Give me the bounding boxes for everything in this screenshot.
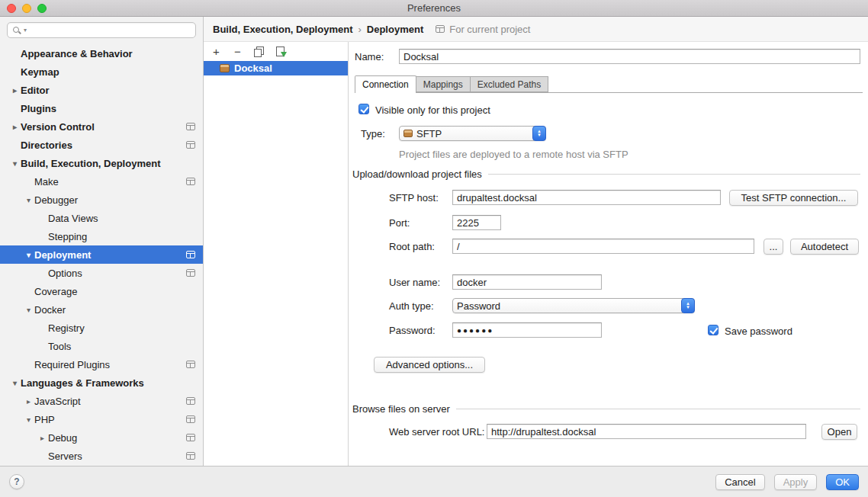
tab-excluded-paths[interactable]: Excluded Paths (470, 76, 548, 92)
sidebar-item-docker[interactable]: ▾Docker (0, 300, 203, 319)
auth-type-value: Password (457, 300, 500, 312)
visible-only-checkbox[interactable] (358, 104, 369, 114)
sidebar-item-label: Registry (48, 322, 85, 334)
server-list-panel: +− Docksal (204, 42, 349, 466)
web-root-input[interactable] (487, 424, 806, 439)
chevron-down-icon[interactable]: ▾ (9, 159, 21, 168)
current-project-badge-icon (186, 269, 195, 277)
sidebar-item-label: Make (34, 176, 59, 188)
chevron-down-icon[interactable]: ▾ (23, 196, 34, 204)
current-project-badge-icon (186, 251, 195, 258)
apply-button[interactable]: Apply (774, 474, 818, 490)
sidebar-item-deployment[interactable]: ▾Deployment (0, 245, 203, 264)
sidebar-item-directories[interactable]: Directories (0, 136, 203, 154)
titlebar: Preferences (0, 0, 868, 17)
sidebar-item-label: Required Plugins (34, 359, 110, 370)
chevron-right-icon[interactable]: ▸ (23, 397, 34, 406)
sidebar-item-servers[interactable]: Servers (0, 447, 203, 465)
chevron-right-icon[interactable]: ▸ (9, 86, 21, 95)
sidebar-item-label: Deployment (34, 249, 91, 261)
sidebar-item-keymap[interactable]: Keymap (0, 63, 203, 81)
advanced-options-button[interactable]: Advanced options... (374, 357, 485, 373)
sidebar-item-stepping[interactable]: Stepping (0, 227, 203, 245)
server-list: Docksal (204, 61, 348, 466)
type-select[interactable]: SFTP ▲▼ (399, 126, 546, 141)
remove-server-button[interactable]: − (232, 46, 243, 57)
visible-only-label: Visible only for this project (375, 104, 490, 116)
tab-connection[interactable]: Connection (355, 75, 416, 93)
save-password-checkbox[interactable] (708, 325, 719, 335)
copy-icon (254, 46, 264, 56)
sidebar-item-required-plugins[interactable]: Required Plugins (0, 355, 203, 374)
sidebar-item-plugins[interactable]: Plugins (0, 99, 203, 117)
root-path-input[interactable] (452, 239, 754, 254)
traffic-lights (7, 4, 47, 13)
sidebar-item-label: Appearance & Behavior (21, 48, 133, 59)
help-button[interactable]: ? (9, 474, 24, 489)
sidebar-item-label: Version Control (21, 121, 95, 133)
server-name: Docksal (234, 63, 272, 74)
chevron-right-icon[interactable]: ▸ (37, 434, 48, 442)
autodetect-button[interactable]: Autodetect (790, 239, 859, 255)
sidebar-item-label: Debugger (34, 194, 78, 206)
browse-root-button[interactable]: ... (764, 239, 783, 255)
chevron-right-icon[interactable]: ▸ (9, 123, 21, 131)
ok-button[interactable]: OK (826, 474, 859, 490)
breadcrumb-separator-icon: › (358, 24, 361, 35)
sidebar-item-label: Coverage (34, 286, 77, 297)
add-server-button[interactable]: + (211, 46, 222, 57)
port-input[interactable] (452, 215, 501, 230)
zoom-window-button[interactable] (37, 4, 47, 13)
sidebar-item-appearance-behavior[interactable]: Appearance & Behavior (0, 44, 203, 63)
sidebar-item-tools[interactable]: Tools (0, 337, 203, 355)
sidebar-item-label: Stepping (48, 231, 87, 242)
minimize-window-button[interactable] (22, 4, 31, 13)
search-icon (12, 26, 21, 35)
open-button[interactable]: Open (821, 424, 857, 440)
sidebar-item-debug[interactable]: ▸Debug (0, 428, 203, 447)
current-project-badge-icon (186, 415, 195, 423)
sidebar-item-label: Languages & Frameworks (21, 377, 144, 389)
sidebar-item-label: PHP (34, 414, 55, 425)
cancel-button[interactable]: Cancel (715, 474, 764, 490)
server-item-docksal[interactable]: Docksal (204, 61, 348, 75)
sidebar-item-make[interactable]: Make (0, 172, 203, 191)
sidebar-item-languages-frameworks[interactable]: ▾Languages & Frameworks (0, 374, 203, 392)
deployment-form: Name: ConnectionMappingsExcluded Paths V… (349, 42, 868, 466)
breadcrumb-parent[interactable]: Build, Execution, Deployment (213, 24, 352, 35)
sync-server-button[interactable] (275, 46, 286, 57)
select-stepper-icon: ▲▼ (532, 126, 546, 141)
close-window-button[interactable] (7, 4, 16, 13)
tab-mappings[interactable]: Mappings (416, 76, 471, 92)
sidebar-item-editor[interactable]: ▸Editor (0, 81, 203, 99)
sidebar-item-coverage[interactable]: Coverage (0, 282, 203, 300)
sidebar-item-label: Data Views (48, 213, 98, 224)
sidebar-item-javascript[interactable]: ▸JavaScript (0, 392, 203, 410)
name-input[interactable] (399, 49, 860, 64)
sidebar-item-version-control[interactable]: ▸Version Control (0, 117, 203, 136)
auth-type-select[interactable]: Password ▲▼ (452, 298, 695, 313)
chevron-down-icon[interactable]: ▾ (23, 415, 34, 424)
test-connection-button[interactable]: Test SFTP connection... (729, 190, 858, 206)
sidebar-item-registry[interactable]: Registry (0, 319, 203, 337)
scope-label: For current project (449, 24, 530, 35)
chevron-down-icon[interactable]: ▾ (9, 379, 21, 387)
auth-type-label: Auth type: (389, 300, 434, 312)
copy-server-button[interactable] (253, 46, 265, 57)
chevron-down-icon[interactable]: ▾ (23, 306, 34, 314)
settings-sidebar: ▾ Appearance & BehaviorKeymap▸EditorPlug… (0, 17, 204, 466)
settings-search-input[interactable]: ▾ (7, 22, 196, 38)
user-name-input[interactable] (452, 274, 602, 290)
chevron-down-icon[interactable]: ▾ (23, 251, 34, 259)
window-title: Preferences (407, 2, 461, 14)
sidebar-item-data-views[interactable]: Data Views (0, 209, 203, 227)
sftp-host-label: SFTP host: (389, 192, 439, 204)
password-input[interactable] (452, 322, 602, 338)
sidebar-item-build-execution-deployment[interactable]: ▾Build, Execution, Deployment (0, 154, 203, 172)
password-label: Password: (389, 325, 436, 336)
sidebar-item-options[interactable]: Options (0, 264, 203, 282)
current-project-badge-icon (186, 178, 195, 185)
sidebar-item-debugger[interactable]: ▾Debugger (0, 191, 203, 209)
sftp-host-input[interactable] (452, 190, 721, 205)
sidebar-item-php[interactable]: ▾PHP (0, 410, 203, 428)
